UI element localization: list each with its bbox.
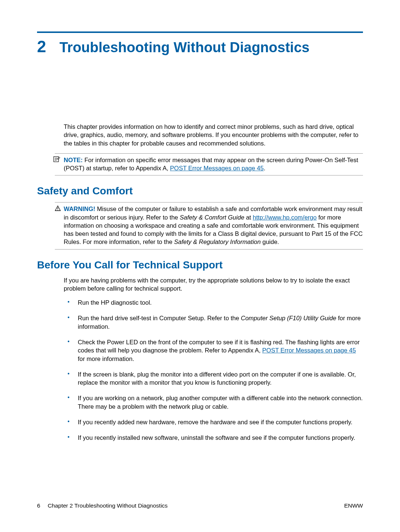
list-item: If you recently added new hardware, remo… — [78, 418, 363, 426]
chapter-heading: 2 Troubleshooting Without Diagnostics — [37, 37, 363, 56]
warning-link[interactable]: http://www.hp.com/ergo — [253, 214, 317, 221]
intro-paragraph: This chapter provides information on how… — [64, 123, 363, 147]
list-item: Run the hard drive self-test in Computer… — [78, 314, 363, 331]
note-label: NOTE: — [64, 157, 83, 163]
note-link[interactable]: POST Error Messages on page 45 — [170, 165, 264, 171]
list-item-text: If you recently installed new software, … — [78, 434, 355, 441]
list-item-text: for more information. — [78, 355, 134, 362]
section-support-heading: Before You Call for Technical Support — [37, 259, 363, 271]
chapter-rule — [37, 31, 363, 33]
warning-italic2: Safety & Regulatory Information — [174, 238, 261, 245]
footer-chapter-ref: Chapter 2 Troubleshooting Without Diagno… — [48, 502, 168, 509]
list-item: If the screen is blank, plug the monitor… — [78, 370, 363, 387]
list-item: If you recently installed new software, … — [78, 434, 363, 442]
list-item: Run the HP diagnostic tool. — [78, 298, 363, 307]
warning-t4: guide. — [261, 238, 279, 245]
section-safety-heading: Safety and Comfort — [37, 185, 363, 197]
chapter-title: Troubleshooting Without Diagnostics — [59, 40, 309, 56]
list-item-text: If the screen is blank, plug the monitor… — [78, 371, 356, 386]
footer-left: 6 Chapter 2 Troubleshooting Without Diag… — [37, 502, 168, 509]
list-item-italic: Computer Setup (F10) Utility Guide — [241, 315, 336, 321]
warning-label: WARNING! — [64, 205, 95, 212]
svg-point-5 — [57, 210, 58, 211]
note-callout: NOTE: For information on specific error … — [55, 153, 363, 176]
page-footer: 6 Chapter 2 Troubleshooting Without Diag… — [37, 502, 363, 509]
list-item-text: Run the hard drive self-test in Computer… — [78, 315, 241, 321]
list-item-link[interactable]: POST Error Messages on page 45 — [262, 347, 356, 354]
warning-body: WARNING! Misuse of the computer or failu… — [64, 205, 363, 246]
support-intro: If you are having problems with the comp… — [64, 276, 363, 293]
page-number: 6 — [37, 502, 40, 509]
list-item: If you are working on a network, plug an… — [78, 394, 363, 411]
warning-italic1: Safety & Comfort Guide — [180, 214, 244, 221]
warning-callout: WARNING! Misuse of the computer or failu… — [55, 202, 363, 249]
note-text-after: . — [264, 165, 266, 171]
list-item-text: If you are working on a network, plug an… — [78, 395, 363, 409]
warning-t2: at — [244, 214, 253, 221]
warning-icon — [55, 205, 61, 211]
list-item: Check the Power LED on the front of the … — [78, 338, 363, 363]
list-item-text: Run the HP diagnostic tool. — [78, 299, 152, 306]
chapter-number: 2 — [37, 37, 46, 56]
footer-right: ENWW — [344, 502, 363, 509]
page-content: 2 Troubleshooting Without Diagnostics Th… — [0, 0, 400, 442]
note-body: NOTE: For information on specific error … — [64, 156, 363, 173]
support-list: Run the HP diagnostic tool. Run the hard… — [78, 298, 363, 442]
list-item-text: If you recently added new hardware, remo… — [78, 419, 353, 425]
note-icon — [53, 156, 60, 163]
